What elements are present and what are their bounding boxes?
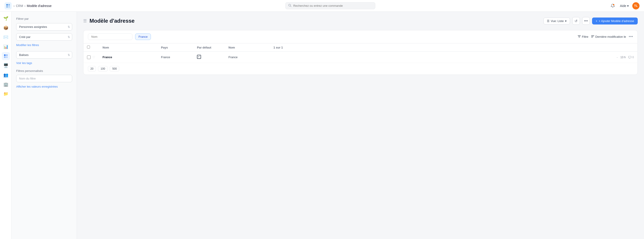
sort-label: Dernière modification le	[596, 35, 626, 38]
page-size-100[interactable]: 100	[98, 66, 108, 71]
assigned-filter-wrapper[interactable]: Personnes assignées	[16, 23, 72, 30]
filter-name-wrapper[interactable]	[16, 75, 72, 82]
sidebar-icon-plant[interactable]: 🌱	[2, 14, 10, 22]
comment-count: 0	[632, 56, 634, 59]
sidebar-icon-monitor[interactable]: 🖥️	[2, 61, 10, 70]
data-table: Nom Pays Par défaut Nom 1 sur 1 ♡	[84, 43, 638, 63]
par-defaut-check	[197, 55, 201, 59]
favorite-icon[interactable]: ♡	[92, 55, 95, 59]
view-label: Vue: Liste	[551, 19, 564, 23]
filter-action-button[interactable]: Filtre	[578, 35, 588, 39]
sidebar-icon-users[interactable]: 👥	[2, 71, 10, 79]
svg-rect-8	[6, 54, 8, 56]
more-options-button[interactable]: •••	[582, 17, 590, 25]
sidebar-icon-folder[interactable]: 📁	[2, 90, 10, 98]
page-title-row: ☰ Modèle d'adresse	[83, 18, 134, 24]
topbar: › CRM › Modèle d'adresse Aide	[0, 0, 644, 12]
page-size-20[interactable]: 20	[88, 66, 96, 71]
chevron-down-icon: ▾	[565, 19, 567, 23]
th-pays: Pays	[158, 43, 194, 52]
show-saved-link[interactable]: Afficher les valeurs enregistrées	[16, 85, 58, 88]
add-model-button[interactable]: + + Ajouter Modèle d'adresse	[592, 17, 638, 24]
select-all-checkbox[interactable]	[87, 46, 90, 48]
table-filters-row: France Filtre	[84, 30, 638, 43]
topbar-left: › CRM › Modèle d'adresse	[4, 2, 52, 9]
chevron-down-icon: ▾	[627, 4, 629, 8]
sidebar-icons: 🌱 📦 ✉️ 📊 🖥️ 👥 🏢 📁	[0, 12, 12, 239]
svg-line-5	[290, 6, 292, 7]
sidebar-icon-box[interactable]: 📦	[2, 24, 10, 32]
assigned-filter-select[interactable]: Personnes assignées	[16, 23, 72, 30]
breadcrumb-sep: ›	[14, 4, 14, 8]
sidebar-icon-chart[interactable]: 📊	[2, 43, 10, 51]
created-by-filter-select[interactable]: Créé par	[16, 33, 72, 41]
row-comments: 0	[628, 56, 634, 59]
svg-rect-10	[6, 56, 8, 58]
list-icon: ☰	[547, 19, 550, 23]
th-nom2: Nom	[225, 43, 270, 52]
page-header: ☰ Modèle d'adresse ☰ Vue: Liste ▾ ↺ ••• …	[83, 17, 638, 25]
table-more-options[interactable]: •••	[629, 34, 633, 39]
dots-icon: •••	[584, 19, 588, 23]
topbar-center	[285, 2, 375, 9]
breadcrumb-page: Modèle d'adresse	[27, 4, 52, 8]
view-tags-link[interactable]: Voir les tags	[16, 61, 32, 65]
filter-by-label: Filtrer par	[16, 17, 72, 20]
menu-icon[interactable]: ☰	[83, 18, 87, 23]
th-nom: Nom	[99, 43, 158, 52]
help-button[interactable]: Aide ▾	[620, 4, 629, 8]
sort-action-button[interactable]: Dernière modification le	[591, 35, 626, 39]
svg-rect-1	[8, 4, 10, 5]
row-dash: -	[617, 55, 618, 59]
sidebar-icon-building[interactable]: 🏢	[2, 80, 10, 88]
table-header-row: Nom Pays Par défaut Nom 1 sur 1	[84, 43, 638, 52]
custom-filters-label: Filtres personnalisés	[16, 69, 72, 73]
td-nom2: France	[225, 52, 270, 63]
filter-name-input[interactable]	[16, 75, 72, 82]
search-input[interactable]	[293, 4, 372, 7]
td-par-defaut	[194, 52, 225, 63]
sidebar-icon-email[interactable]: ✉️	[2, 33, 10, 41]
avatar[interactable]: TL	[632, 2, 640, 9]
topbar-right: Aide ▾ TL	[609, 2, 640, 9]
table-card: France Filtre	[83, 30, 638, 75]
svg-rect-3	[8, 6, 10, 8]
search-bar[interactable]	[285, 2, 375, 9]
td-meta: - 13 h 0	[270, 52, 638, 63]
modify-filters-link[interactable]: Modifier les filtres	[16, 43, 39, 47]
add-icon: +	[596, 19, 598, 23]
th-par-defaut: Par défaut	[194, 43, 225, 52]
nom-filter-input[interactable]	[88, 33, 132, 40]
td-pays: France	[158, 52, 194, 63]
th-checkbox	[84, 43, 99, 52]
sidebar-icon-grid[interactable]	[2, 52, 10, 60]
page-title: Modèle d'adresse	[90, 18, 134, 24]
refresh-button[interactable]: ↺	[572, 17, 580, 25]
page-size-500[interactable]: 500	[110, 66, 119, 71]
created-by-filter-wrapper[interactable]: Créé par	[16, 33, 72, 41]
help-label: Aide	[620, 4, 626, 8]
search-icon	[288, 4, 292, 8]
row-name[interactable]: France	[102, 55, 112, 59]
app-logo[interactable]	[4, 2, 12, 9]
add-button-label: + Ajouter Modèle d'adresse	[599, 19, 634, 23]
tags-filter-wrapper[interactable]: Balises	[16, 51, 72, 59]
filter-label: Filtre	[582, 35, 588, 38]
row-checkbox[interactable]	[87, 55, 90, 59]
svg-rect-0	[6, 4, 8, 5]
td-name: France	[99, 52, 158, 63]
comment-icon	[628, 56, 632, 59]
tags-filter-select[interactable]: Balises	[16, 51, 72, 59]
svg-rect-2	[6, 6, 8, 8]
header-actions: ☰ Vue: Liste ▾ ↺ ••• + + Ajouter Modèle …	[544, 17, 638, 25]
notification-button[interactable]	[609, 2, 616, 9]
svg-rect-7	[4, 54, 6, 56]
view-button[interactable]: ☰ Vue: Liste ▾	[544, 17, 570, 24]
svg-point-6	[613, 4, 614, 5]
main-content: ☰ Modèle d'adresse ☰ Vue: Liste ▾ ↺ ••• …	[77, 12, 644, 239]
breadcrumb: › CRM › Modèle d'adresse	[14, 4, 52, 8]
table-row: ♡ France France France	[84, 52, 638, 63]
layout: 🌱 📦 ✉️ 📊 🖥️ 👥 🏢 📁 Filtrer par Personnes …	[0, 12, 644, 239]
pays-filter-tag[interactable]: France	[135, 33, 151, 40]
breadcrumb-crm[interactable]: CRM	[16, 4, 23, 8]
